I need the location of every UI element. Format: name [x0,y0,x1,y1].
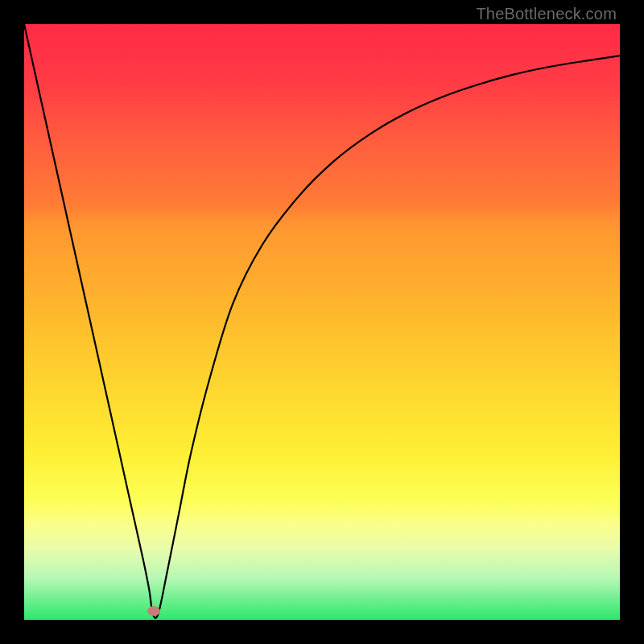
plot-area [24,24,620,620]
optimum-marker [147,606,160,616]
chart-frame: TheBottleneck.com [0,0,644,644]
bottleneck-curve [24,24,620,620]
attribution-text: TheBottleneck.com [476,5,617,23]
